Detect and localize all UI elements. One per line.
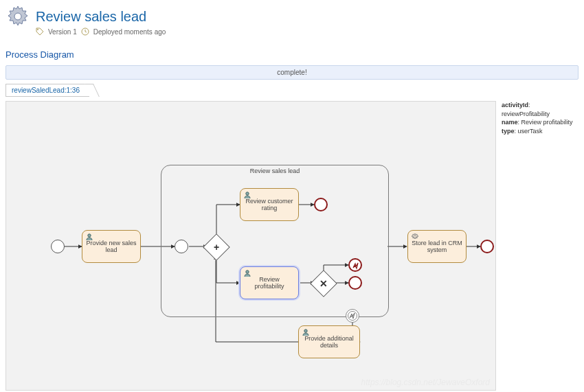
gear-icon [5, 4, 30, 29]
svg-point-5 [246, 192, 249, 195]
user-icon [243, 191, 251, 199]
task-store-lead-in-crm[interactable]: Store lead in CRM system [407, 230, 467, 263]
task-label: Provide additional details [302, 335, 356, 349]
sub-end-event-bottom[interactable] [348, 276, 362, 290]
details-panel: activityId: reviewProfitability name: Re… [502, 101, 579, 391]
page-title: Review sales lead [36, 9, 146, 25]
breadcrumb[interactable]: reviewSaledLead:1:36 [5, 84, 579, 97]
task-label: Store lead in CRM system [412, 240, 462, 253]
diagram-canvas[interactable]: Provide new sales lead Review sales lead… [5, 101, 496, 391]
task-review-customer-rating[interactable]: Review customer rating [240, 188, 299, 221]
detail-key: name [502, 119, 518, 126]
task-label: Review customer rating [244, 198, 295, 211]
service-icon [411, 233, 419, 241]
user-icon [85, 233, 93, 241]
svg-point-6 [246, 270, 249, 273]
status-text: complete! [277, 69, 306, 76]
svg-point-1 [14, 13, 21, 20]
task-provide-new-sales-lead[interactable]: Provide new sales lead [82, 230, 141, 263]
sub-start-event[interactable] [175, 240, 188, 253]
clock-icon [81, 27, 89, 36]
task-label: Provide new sales lead [86, 240, 137, 253]
version-label: Version 1 [48, 28, 77, 36]
task-provide-additional-details[interactable]: Provide additional details [298, 325, 360, 358]
boundary-error-event[interactable] [346, 309, 359, 323]
svg-point-4 [88, 234, 91, 237]
user-icon [302, 328, 310, 336]
status-bar: complete! [5, 65, 579, 80]
watermark: https://blog.csdn.net/JewaveOxford [361, 378, 490, 387]
detail-value: Review profitability [521, 119, 573, 126]
svg-point-2 [37, 29, 38, 30]
sub-process-label: Review sales lead [161, 168, 388, 174]
svg-point-8 [304, 330, 307, 332]
task-review-profitability[interactable]: Review profitability [240, 266, 299, 299]
sub-end-event-top[interactable] [314, 198, 328, 211]
start-event[interactable] [51, 240, 65, 253]
detail-key: type [502, 128, 515, 135]
tag-icon [36, 27, 44, 36]
task-label: Review profitability [244, 276, 295, 290]
detail-value: userTask [518, 128, 543, 135]
error-end-event[interactable] [348, 258, 362, 272]
detail-value: reviewProfitability [502, 111, 550, 117]
detail-key: activityId [502, 102, 528, 108]
end-event[interactable] [480, 240, 494, 253]
section-heading: Process Diagram [5, 49, 579, 60]
header-meta: Version 1 Deployed moments ago [36, 27, 579, 36]
user-icon [243, 269, 251, 277]
deployed-label: Deployed moments ago [93, 28, 166, 36]
breadcrumb-item[interactable]: reviewSaledLead:1:36 [5, 84, 89, 97]
